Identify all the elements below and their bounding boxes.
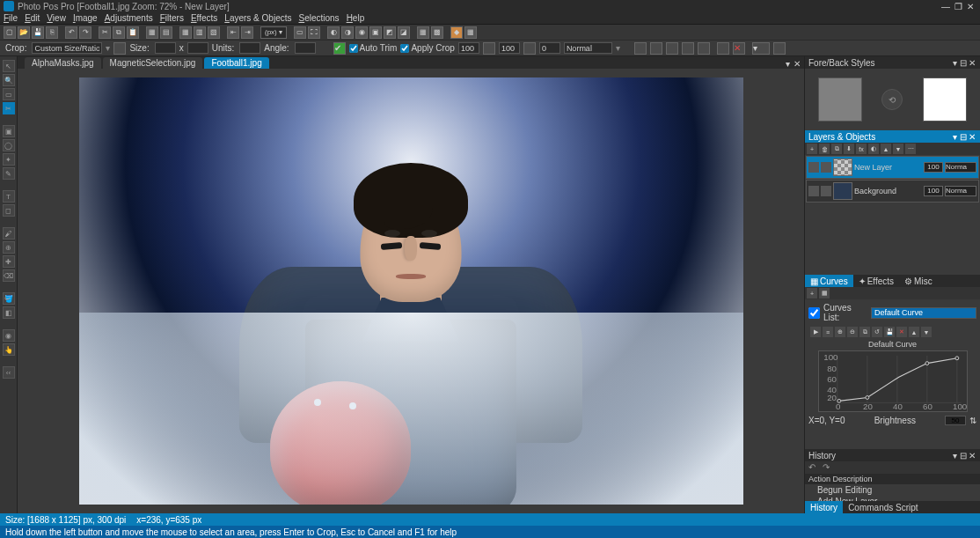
- visibility-toggle-icon[interactable]: [808, 186, 819, 196]
- opt-tool1-icon[interactable]: [634, 42, 647, 55]
- opt-num1[interactable]: [458, 42, 479, 54]
- wand-tool-icon[interactable]: ✦: [3, 153, 15, 166]
- panel-collapse-icon[interactable]: ⊟: [959, 451, 968, 461]
- layer-row[interactable]: Background 100 Norma: [806, 180, 979, 203]
- curves-btn1-icon[interactable]: +: [807, 288, 817, 298]
- curves-btn2-icon[interactable]: ▦: [819, 288, 830, 298]
- grid2-icon[interactable]: ▥: [194, 26, 206, 39]
- curve-stepper-icon[interactable]: ⇅: [969, 416, 976, 425]
- curve-graph[interactable]: 10080 6040 20 020 4060 100: [818, 350, 968, 412]
- layer-mask-icon[interactable]: ◐: [868, 144, 879, 154]
- align1-icon[interactable]: ⇤: [227, 26, 239, 39]
- crop-mode-select[interactable]: [32, 42, 102, 54]
- crop-tool-icon[interactable]: ✂: [3, 102, 15, 114]
- opt-num3[interactable]: [539, 42, 560, 54]
- curve-tool2-icon[interactable]: ▼: [921, 327, 932, 337]
- maximize-button[interactable]: ❐: [952, 2, 964, 11]
- panel-collapse-icon[interactable]: ⊟: [959, 58, 968, 68]
- tab-close-icon[interactable]: ✕: [794, 59, 801, 69]
- selection-tool-icon[interactable]: ▣: [3, 125, 15, 137]
- new-icon[interactable]: ▢: [4, 26, 16, 39]
- opt-num2[interactable]: [499, 42, 520, 54]
- foreground-swatch[interactable]: [818, 77, 862, 122]
- menu-effects[interactable]: Effects: [191, 13, 217, 23]
- fx1-icon[interactable]: ◐: [327, 26, 340, 39]
- menu-filters[interactable]: Filters: [160, 13, 184, 23]
- tab-history[interactable]: History: [805, 501, 843, 513]
- menu-edit[interactable]: Edit: [25, 13, 40, 23]
- layer-fx-icon[interactable]: fx: [856, 144, 867, 154]
- tab-curves[interactable]: ▦ Curves: [805, 275, 853, 287]
- fx2-icon[interactable]: ◑: [341, 26, 354, 39]
- smudge-tool-icon[interactable]: 👆: [3, 343, 15, 356]
- canvas-viewport[interactable]: [18, 69, 804, 513]
- curve-value-input[interactable]: [945, 416, 966, 425]
- curve-channel-icon[interactable]: ≡: [823, 327, 833, 337]
- panel-close-icon[interactable]: ✕: [968, 451, 976, 461]
- menu-layers[interactable]: Layers & Objects: [224, 13, 291, 23]
- panel-collapse-icon[interactable]: ⊟: [959, 132, 968, 142]
- opt-btn1-icon[interactable]: [483, 42, 495, 55]
- fx7-icon[interactable]: ▦: [417, 26, 429, 39]
- clone-tool-icon[interactable]: ⊕: [3, 241, 15, 254]
- opt-tool6-icon[interactable]: [717, 42, 729, 55]
- layer-down-icon[interactable]: ▼: [893, 144, 903, 154]
- document-tab[interactable]: MagneticSelection.jpg: [103, 57, 203, 69]
- rect-icon[interactable]: ▭: [294, 26, 306, 39]
- move-tool-icon[interactable]: ↖: [3, 60, 15, 72]
- gradient-tool-icon[interactable]: ◧: [3, 306, 15, 319]
- layer-opacity[interactable]: 100: [924, 162, 943, 173]
- curve-delete-icon[interactable]: ✕: [896, 327, 907, 337]
- text-tool-icon[interactable]: T: [3, 190, 15, 203]
- menu-file[interactable]: File: [4, 13, 18, 23]
- auto-trim-checkbox[interactable]: [349, 44, 358, 53]
- cut-icon[interactable]: ✂: [99, 26, 111, 39]
- fx8-icon[interactable]: ▩: [431, 26, 443, 39]
- fx9-icon[interactable]: ◆: [450, 26, 463, 39]
- zoom-dropdown[interactable]: (px) ▾: [260, 26, 287, 39]
- curve-reset-icon[interactable]: ↺: [872, 327, 882, 337]
- history-redo-icon[interactable]: ↷: [823, 462, 833, 473]
- fx6-icon[interactable]: ◪: [398, 26, 410, 39]
- curve-remove-icon[interactable]: ⊖: [847, 327, 858, 337]
- duplicate-layer-icon[interactable]: ⧉: [831, 144, 842, 154]
- fill-tool-icon[interactable]: 🪣: [3, 292, 15, 305]
- layer-more-icon[interactable]: ⋯: [905, 144, 916, 154]
- layer-tool-icon[interactable]: ▦: [146, 26, 158, 39]
- tab-misc[interactable]: ⚙ Misc: [899, 275, 938, 287]
- size-width-input[interactable]: [155, 42, 176, 54]
- visibility-toggle-icon[interactable]: [808, 162, 819, 173]
- panel-menu-icon[interactable]: ▾: [950, 451, 959, 461]
- expand-icon[interactable]: ‹‹: [3, 366, 15, 379]
- paint-tool-icon[interactable]: 🖌: [3, 227, 15, 240]
- menu-help[interactable]: Help: [347, 13, 365, 23]
- grid3-icon[interactable]: ▧: [208, 26, 220, 39]
- curve-tool1-icon[interactable]: ▲: [909, 327, 919, 337]
- apply-crop-checkbox[interactable]: [400, 44, 409, 53]
- add-layer-icon[interactable]: +: [807, 144, 817, 154]
- close-button[interactable]: ✕: [964, 2, 976, 11]
- opt-tool2-icon[interactable]: [650, 42, 662, 55]
- fx4-icon[interactable]: ▣: [369, 26, 382, 39]
- layer-blend[interactable]: Norma: [945, 186, 976, 196]
- size-height-input[interactable]: [187, 42, 208, 54]
- background-swatch[interactable]: [923, 77, 967, 122]
- brush-tool-icon[interactable]: ✎: [3, 167, 15, 180]
- opt-tool4-icon[interactable]: [682, 42, 694, 55]
- layer-row[interactable]: New Layer 100 Norma: [806, 156, 979, 179]
- opt-tool9-icon[interactable]: [773, 42, 786, 55]
- tab-commands-script[interactable]: Commands Script: [843, 501, 923, 513]
- open-icon[interactable]: 📂: [18, 26, 30, 39]
- layer-blend[interactable]: Norma: [945, 162, 976, 173]
- units-input[interactable]: [239, 42, 260, 54]
- fx10-icon[interactable]: ▦: [464, 26, 477, 39]
- menu-adjustments[interactable]: Adjustments: [105, 13, 153, 23]
- zoom-tool-icon[interactable]: 🔍: [3, 74, 15, 86]
- grid1-icon[interactable]: ▦: [179, 26, 192, 39]
- fx5-icon[interactable]: ◩: [384, 26, 396, 39]
- opt-btn2-icon[interactable]: [523, 42, 536, 55]
- heal-tool-icon[interactable]: ✚: [3, 255, 15, 268]
- curve-save-icon[interactable]: 💾: [884, 327, 895, 337]
- crop-reset-icon[interactable]: [113, 42, 126, 55]
- curves-list-checkbox[interactable]: [808, 307, 820, 319]
